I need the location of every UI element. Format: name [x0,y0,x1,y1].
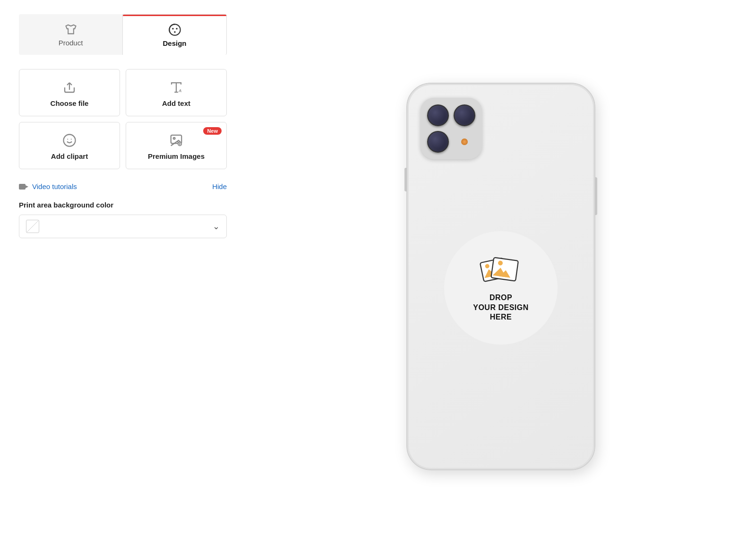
svg-rect-11 [19,184,26,190]
camera-lens-3 [427,131,449,153]
choose-file-label: Choose file [51,99,89,107]
premium-images-button[interactable]: New Premium Images [126,122,227,169]
chevron-down-icon: ⌄ [213,221,220,232]
tab-design[interactable]: Design [122,14,227,55]
print-area-label: Print area background color [19,201,227,209]
hide-link[interactable]: Hide [212,182,227,190]
drop-zone[interactable]: DROP YOUR DESIGN HERE [444,231,558,345]
text-icon: A [169,80,183,95]
product-preview: DROP YOUR DESIGN HERE [246,0,756,553]
add-text-label: Add text [162,99,190,107]
camera-bump [421,98,482,159]
svg-point-3 [174,31,176,33]
camera-lens-2 [454,104,475,126]
premium-images-label: Premium Images [148,152,205,160]
side-button-left [404,168,407,191]
tab-product[interactable]: Product [19,14,122,55]
phone-mockup: DROP YOUR DESIGN HERE [406,83,595,470]
action-grid: Choose file A Add text Add clipart [19,69,227,169]
left-panel: Product Design Choose file [0,0,246,553]
drop-zone-text: DROP YOUR DESIGN HERE [473,293,529,322]
svg-point-7 [71,138,72,139]
tshirt-icon [64,23,77,36]
print-area-section: Print area background color ⌄ [19,201,227,238]
smiley-icon [62,133,77,147]
choose-file-button[interactable]: Choose file [19,69,120,116]
video-icon [19,183,28,190]
add-clipart-button[interactable]: Add clipart [19,122,120,169]
palette-icon [168,23,181,36]
video-tutorials-row: Video tutorials Hide [19,182,227,190]
color-swatch [26,220,39,233]
add-text-button[interactable]: A Add text [126,69,227,116]
drop-design-icon [480,253,522,286]
add-clipart-label: Add clipart [51,152,88,160]
tab-product-label: Product [59,39,83,47]
side-button-right [595,177,597,215]
flash-dot [461,138,468,145]
svg-rect-17 [491,257,518,281]
new-badge: New [203,127,222,135]
tab-bar: Product Design [19,14,227,55]
video-tutorials-label: Video tutorials [32,182,77,190]
svg-point-2 [176,28,178,30]
svg-point-1 [172,28,174,30]
svg-marker-12 [26,185,28,188]
video-tutorials-link[interactable]: Video tutorials [19,182,77,190]
gallery-icon [169,133,183,147]
svg-point-9 [173,137,175,139]
tab-design-label: Design [163,39,186,47]
svg-point-5 [64,134,76,146]
camera-lens-1 [427,104,449,126]
svg-point-6 [67,138,68,139]
upload-icon [62,80,77,95]
color-select-dropdown[interactable]: ⌄ [19,215,227,238]
svg-text:A: A [178,88,181,93]
